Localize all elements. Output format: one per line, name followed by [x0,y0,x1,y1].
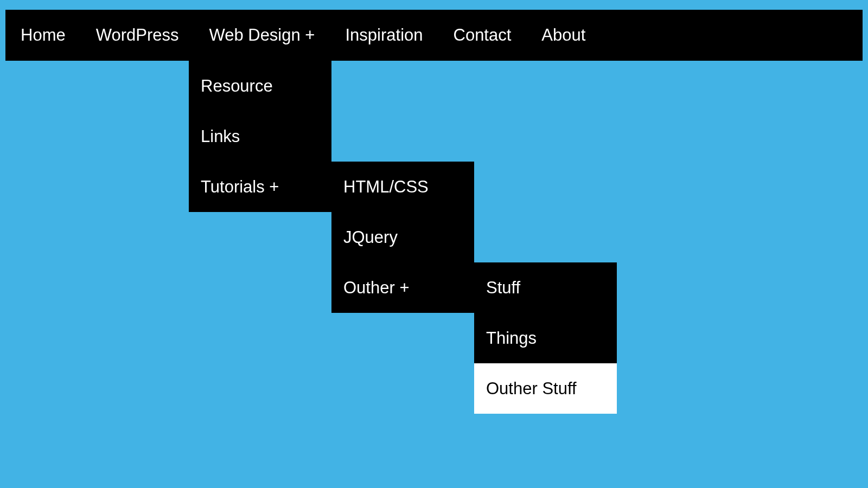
nav-item-label: Contact [454,25,512,45]
nav-item-label: WordPress [96,25,179,45]
submenu-item-label: Resource [201,76,273,96]
nav-item-contact[interactable]: Contact [438,10,527,61]
submenu-item-outher-stuff[interactable]: Outher Stuff [474,363,617,414]
submenu-item-label: Stuff [486,278,520,298]
submenu-item-label: Outher + [343,278,410,298]
submenu-item-label: Links [201,127,240,146]
nav-item-inspiration[interactable]: Inspiration [330,10,438,61]
nav-item-label: About [541,25,585,45]
submenu-item-label: Outher Stuff [486,379,577,399]
submenu-item-outher[interactable]: Outher + [331,262,474,313]
submenu-item-label: HTML/CSS [343,177,429,197]
submenu-item-tutorials[interactable]: Tutorials + [189,162,331,212]
submenu-item-label: Tutorials + [201,177,279,197]
nav-item-about[interactable]: About [526,10,601,61]
submenu-outher: Stuff Things Outher Stuff [474,262,617,414]
submenu-item-stuff[interactable]: Stuff [474,262,617,313]
submenu-web-design: Resource Links Tutorials + [189,61,331,212]
submenu-item-things[interactable]: Things [474,313,617,363]
nav-item-wordpress[interactable]: WordPress [81,10,194,61]
submenu-item-jquery[interactable]: JQuery [331,212,474,262]
submenu-item-links[interactable]: Links [189,111,331,162]
main-navbar: Home WordPress Web Design + Inspiration … [5,10,863,61]
nav-item-label: Home [21,25,66,45]
nav-item-label: Web Design + [209,25,315,45]
nav-item-web-design[interactable]: Web Design + [194,10,330,61]
submenu-item-resource[interactable]: Resource [189,61,331,111]
submenu-item-label: JQuery [343,228,398,247]
nav-item-label: Inspiration [345,25,423,45]
submenu-item-label: Things [486,329,537,348]
nav-item-home[interactable]: Home [5,10,81,61]
submenu-tutorials: HTML/CSS JQuery Outher + [331,162,474,313]
submenu-item-html-css[interactable]: HTML/CSS [331,162,474,212]
